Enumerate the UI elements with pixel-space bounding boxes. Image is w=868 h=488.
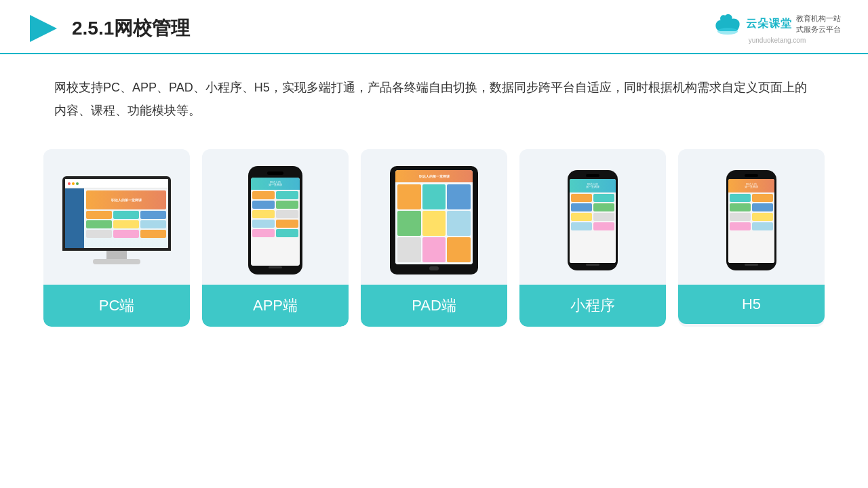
page-title: 2.5.1网校管理 — [72, 16, 190, 41]
mp-block-2 — [593, 194, 614, 202]
h5-block-3 — [730, 203, 751, 211]
phone-content-h5 — [728, 192, 774, 263]
phone-block-7 — [252, 220, 275, 228]
h5-row-4 — [730, 222, 773, 230]
phone-small-notch-h5 — [745, 174, 758, 177]
ipad-home-btn — [429, 266, 439, 270]
ipad-cell-2 — [422, 184, 446, 209]
app-card: 职达人的第一堂网课 — [202, 149, 349, 327]
mp-block-5 — [571, 213, 592, 221]
miniprogram-card: 职达人的第一堂网课 — [519, 149, 666, 327]
ipad-bottom-home — [395, 264, 473, 270]
phone-small-screen-mp: 职达人的第一堂网课 — [570, 179, 616, 263]
header-left: 2.5.1网校管理 — [27, 12, 190, 45]
phone-row-4 — [252, 220, 298, 228]
phone-block-9 — [252, 229, 275, 237]
description-text: 网校支持PC、APP、PAD、小程序、H5，实现多端打通，产品各终端自由切换，数… — [54, 76, 814, 122]
phone-header-text-h5: 职达人的第一堂网课 — [745, 183, 758, 190]
app-mockup: 职达人的第一堂网课 — [202, 149, 349, 285]
ipad-header-bar: 职达人的第一堂网课 — [395, 170, 473, 182]
phone-row-3 — [252, 210, 298, 218]
h5-block-4 — [752, 203, 773, 211]
ipad-cell-5 — [422, 211, 446, 236]
mp-block-3 — [571, 203, 592, 211]
phone-block-10 — [276, 229, 298, 237]
phone-home-mp — [586, 264, 599, 266]
pc-stand-neck — [106, 251, 127, 259]
h5-row-3 — [730, 213, 773, 221]
ipad-cell-1 — [397, 184, 421, 209]
phone-row-2 — [252, 201, 298, 209]
phone-row-1 — [252, 191, 298, 199]
ipad-cell-7 — [397, 237, 421, 262]
phone-header-bar-mp: 职达人的第一堂网课 — [570, 179, 616, 192]
description: 网校支持PC、APP、PAD、小程序、H5，实现多端打通，产品各终端自由切换，数… — [0, 54, 868, 129]
pc-cell-6 — [140, 220, 166, 228]
phone-block-3 — [252, 201, 275, 209]
pc-cell-1 — [86, 211, 112, 219]
miniprogram-mockup: 职达人的第一堂网课 — [519, 149, 666, 285]
pc-grid — [86, 211, 166, 238]
miniprogram-label: 小程序 — [519, 285, 666, 327]
pc-cell-2 — [113, 211, 139, 219]
phone-small-h5: 职达人的第一堂网课 — [726, 170, 776, 270]
dot-yellow — [72, 182, 75, 185]
h5-card: 职达人的第一堂网课 — [678, 149, 825, 327]
phone-screen-app: 职达人的第一堂网课 — [251, 178, 300, 266]
phone-header-text-app: 职达人的第一堂网课 — [269, 181, 282, 188]
mp-row-4 — [571, 222, 614, 230]
phone-bottom-h5 — [745, 263, 758, 266]
h5-label: H5 — [678, 285, 825, 324]
mp-block-4 — [593, 203, 614, 211]
header: 2.5.1网校管理 云朵课堂 教育机构一站 式服务云平台 yunduoketan… — [0, 0, 868, 54]
pad-label: PAD端 — [361, 285, 507, 327]
phone-bottom-app — [269, 266, 282, 269]
pad-mockup: 职达人的第一堂网课 — [361, 149, 507, 285]
cards-area: 职达人的第一堂网课 — [0, 129, 868, 340]
cloud-icon — [713, 14, 742, 35]
pc-cell-5 — [113, 220, 139, 228]
phone-header-bar-h5: 职达人的第一堂网课 — [728, 179, 774, 192]
pc-sidebar-left — [65, 188, 84, 248]
ipad-cell-3 — [447, 184, 471, 209]
pc-stand-base — [93, 259, 140, 264]
svg-point-1 — [717, 28, 738, 35]
h5-block-6 — [752, 213, 773, 221]
h5-block-5 — [730, 213, 751, 221]
phone-content-app — [251, 190, 300, 266]
pc-label: PC端 — [43, 285, 190, 327]
mp-block-6 — [593, 213, 614, 221]
dot-red — [68, 182, 71, 185]
pc-cell-9 — [140, 230, 166, 238]
phone-block-6 — [276, 210, 298, 218]
pc-cell-7 — [86, 230, 112, 238]
pc-screen-outer: 职达人的第一堂网课 — [62, 176, 171, 251]
pc-banner: 职达人的第一堂网课 — [86, 190, 166, 209]
pc-mockup: 职达人的第一堂网课 — [43, 149, 190, 285]
pc-main-content: 职达人的第一堂网课 — [84, 188, 168, 248]
phone-row-5 — [252, 229, 298, 237]
mp-row-2 — [571, 203, 614, 211]
phone-block-1 — [252, 191, 275, 199]
h5-block-1 — [730, 194, 751, 202]
ipad-cell-4 — [397, 211, 421, 236]
phone-block-5 — [252, 210, 275, 218]
ipad-content — [395, 182, 473, 264]
phone-header-bar-app: 职达人的第一堂网课 — [251, 178, 300, 190]
phone-small-mp: 职达人的第一堂网课 — [568, 170, 618, 270]
app-label: APP端 — [202, 285, 349, 327]
h5-block-8 — [752, 222, 773, 230]
pc-monitor: 职达人的第一堂网课 — [62, 176, 171, 264]
ipad-cell-6 — [447, 211, 471, 236]
phone-small-screen-h5: 职达人的第一堂网课 — [728, 179, 774, 263]
ipad-screen: 职达人的第一堂网课 — [395, 170, 473, 264]
ipad-cell-8 — [422, 237, 446, 262]
svg-marker-0 — [30, 15, 57, 42]
h5-block-7 — [730, 222, 751, 230]
h5-block-2 — [752, 194, 773, 202]
pc-screen-content: 职达人的第一堂网课 — [65, 179, 168, 248]
h5-row-2 — [730, 203, 773, 211]
phone-body-app: 职达人的第一堂网课 — [248, 166, 302, 274]
phone-header-text-mp: 职达人的第一堂网课 — [586, 183, 599, 190]
pc-cell-8 — [113, 230, 139, 238]
